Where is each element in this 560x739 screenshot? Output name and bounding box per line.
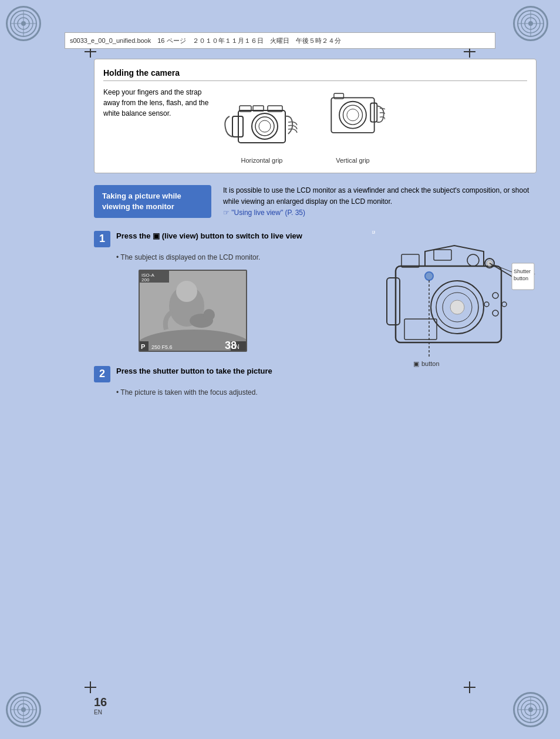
header-bar: s0033_e_00_0_unified.book 16 ページ ２０１０年１１… — [65, 32, 495, 49]
svg-rect-53 — [396, 266, 501, 342]
step2-header: 2 Press the shutter button to take the p… — [94, 366, 360, 382]
step2-number: 2 — [94, 366, 110, 382]
steps-left: 1 Press the ▣ (live view) button to swit… — [94, 231, 360, 409]
lcd-preview: ISO-A 200 P 250 F5.6 LN 38 — [139, 270, 247, 352]
steps-area: 1 Press the ▣ (live view) button to swit… — [94, 231, 537, 409]
svg-point-43 — [203, 309, 215, 321]
section-reference: ☞ "Using live view" (P. 35) — [223, 209, 305, 217]
svg-point-60 — [467, 254, 479, 266]
horizontal-grip-illustration — [221, 93, 303, 152]
corner-decoration-bl — [6, 692, 47, 733]
lcd-photo: ISO-A 200 P 250 F5.6 LN 38 — [140, 271, 247, 352]
corner-decoration-tr — [513, 6, 554, 47]
horizontal-grip-label: Horizontal grip — [221, 157, 303, 164]
svg-point-68 — [492, 310, 498, 316]
main-content: Holding the camera Keep your fingers and… — [94, 59, 537, 680]
svg-point-27 — [255, 117, 274, 136]
step1-title: Press the ▣ (live view) button to switch… — [116, 231, 302, 241]
step2-bullet: • The picture is taken with the focus ad… — [116, 387, 360, 398]
steps-right: ▣ button Shutter button Shutter button — [372, 231, 537, 409]
step1-header: 1 Press the ▣ (live view) button to swit… — [94, 231, 360, 247]
svg-text:▣: ▣ — [413, 360, 419, 367]
step1-bullet: • The subject is displayed on the LCD mo… — [116, 252, 360, 263]
section-description: It is possible to use the LCD monitor as… — [223, 185, 537, 219]
svg-text:200: 200 — [141, 277, 150, 283]
svg-point-67 — [502, 302, 507, 307]
step1-number: 1 — [94, 231, 110, 247]
step2-container: 2 Press the shutter button to take the p… — [94, 366, 360, 398]
svg-text:250  F5.6: 250 F5.6 — [151, 344, 173, 350]
section-desc-text: It is possible to use the LCD monitor as… — [223, 186, 529, 206]
section-title-box: Taking a picture while viewing the monit… — [94, 185, 211, 218]
crosshair-br — [464, 681, 475, 693]
svg-text:38: 38 — [225, 340, 237, 351]
camera-diagram: ▣ button Shutter button Shutter button — [372, 231, 537, 395]
svg-rect-57 — [434, 250, 451, 260]
header-text: s0033_e_00_0_unified.book 16 ページ ２０１０年１１… — [70, 36, 341, 45]
corner-decoration-br — [513, 692, 554, 733]
svg-text:Shutter: Shutter — [514, 268, 531, 274]
page-number: 16 EN — [94, 696, 107, 716]
svg-point-69 — [484, 302, 489, 307]
camera-images: Horizontal grip — [221, 87, 385, 164]
holding-camera-text: Keep your fingers and the strap away fro… — [103, 87, 209, 119]
step1-container: 1 Press the ▣ (live view) button to swit… — [94, 231, 360, 354]
holding-camera-section: Holding the camera Keep your fingers and… — [94, 59, 537, 173]
section-row: Taking a picture while viewing the monit… — [94, 185, 537, 219]
vertical-grip-illustration — [321, 87, 385, 152]
svg-point-66 — [492, 293, 498, 298]
svg-text:button: button — [421, 360, 440, 367]
svg-point-34 — [343, 105, 363, 125]
svg-rect-32 — [331, 98, 374, 133]
svg-text:button: button — [514, 276, 528, 281]
svg-rect-56 — [402, 254, 419, 267]
vertical-grip-label: Vertical grip — [321, 157, 385, 164]
vertical-grip-container: Vertical grip — [321, 87, 385, 164]
corner-decoration-tl — [6, 6, 47, 47]
svg-rect-65 — [404, 319, 437, 340]
step2-title: Press the shutter button to take the pic… — [116, 366, 272, 377]
svg-rect-24 — [238, 110, 285, 143]
svg-point-35 — [347, 109, 359, 121]
horizontal-grip-container: Horizontal grip — [221, 93, 303, 164]
svg-text:P: P — [141, 343, 145, 350]
svg-rect-71 — [372, 231, 375, 233]
lcd-preview-wrapper: ISO-A 200 P 250 F5.6 LN 38 — [116, 270, 247, 352]
svg-point-70 — [425, 272, 433, 280]
svg-rect-54 — [387, 278, 400, 325]
svg-point-28 — [259, 120, 271, 132]
crosshair-bl — [85, 681, 96, 693]
holding-camera-content: Keep your fingers and the strap away fro… — [103, 87, 527, 164]
svg-point-41 — [176, 281, 197, 302]
svg-point-64 — [450, 300, 464, 314]
holding-camera-title: Holding the camera — [103, 68, 527, 81]
